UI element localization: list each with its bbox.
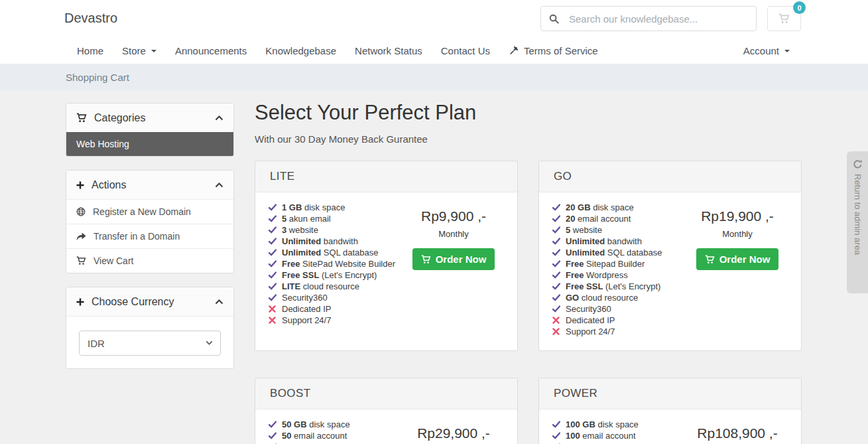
- nav-item-label: Home: [77, 45, 103, 56]
- feature-item: Dedicated IP: [269, 303, 397, 315]
- currency-title: Choose Currency: [92, 296, 174, 308]
- nav-item-label: Announcements: [175, 45, 247, 56]
- billing-cycle: Monthly: [680, 229, 794, 239]
- breadcrumb-bar: Shopping Cart: [0, 64, 868, 90]
- plan-card-power: POWER 100 GB disk space100 email account…: [538, 378, 802, 444]
- feature-item: 20 email account: [552, 213, 680, 224]
- nav-item-announcements[interactable]: Announcements: [166, 45, 256, 56]
- feature-text: 50 GB disk space: [282, 419, 350, 430]
- feature-item: GO cloud resource: [552, 292, 680, 303]
- feature-text: Support 24/7: [566, 326, 615, 337]
- nav-item-label: Account: [743, 45, 779, 56]
- check-icon: [269, 204, 277, 211]
- header-cart-button[interactable]: 0: [767, 6, 801, 31]
- action-label: Register a New Domain: [93, 206, 191, 217]
- nav-item-terms-of-service[interactable]: Terms of Service: [499, 45, 607, 56]
- plan-body: 1 GB disk space5 akun email3 websiteUnli…: [255, 192, 517, 339]
- feature-item: 35 website: [269, 441, 397, 444]
- feature-item: 3 website: [269, 224, 397, 236]
- caret-down-icon: [784, 50, 790, 52]
- categories-panel: Categories Web Hosting: [66, 103, 234, 157]
- currency-select[interactable]: IDR: [79, 331, 221, 356]
- feature-item: 50 GB disk space: [269, 419, 397, 430]
- plan-price-box: Rp29,900 ,- Monthly Order Now: [397, 419, 511, 444]
- feature-text: Security360: [282, 292, 328, 303]
- nav-item-label: Contact Us: [441, 45, 490, 56]
- feature-item: 100 GB disk space: [552, 419, 680, 430]
- feature-item: 5 website: [552, 224, 680, 236]
- check-icon: [269, 215, 277, 222]
- plan-price: Rp19,900 ,-: [680, 208, 794, 224]
- plan-features: 100 GB disk space100 email account100 we…: [552, 419, 680, 444]
- nav-item-label: Terms of Service: [524, 45, 598, 56]
- site-logo[interactable]: Devastro: [64, 11, 117, 26]
- categories-panel-header[interactable]: Categories: [66, 104, 233, 132]
- order-now-button[interactable]: Order Now: [696, 248, 779, 270]
- actions-list: Register a New DomainTransfer in a Domai…: [66, 199, 233, 273]
- check-icon: [269, 238, 277, 245]
- chevron-up-icon: [215, 183, 223, 188]
- plan-body: 50 GB disk space50 email account35 websi…: [255, 409, 517, 444]
- feature-item: Support 24/7: [552, 326, 680, 337]
- refresh-icon: [853, 159, 863, 169]
- actions-panel-header[interactable]: Actions: [66, 171, 233, 199]
- plan-price: Rp108,900 ,-: [680, 425, 794, 441]
- cross-icon: [552, 317, 560, 324]
- nav-item-store[interactable]: Store: [113, 45, 166, 56]
- feature-text: 3 website: [282, 224, 318, 236]
- nav-item-contact-us[interactable]: Contact Us: [432, 45, 499, 56]
- actions-panel: Actions Register a New DomainTransfer in…: [66, 170, 234, 273]
- plus-icon: [76, 181, 84, 189]
- feature-item: Unlimited bandwith: [552, 236, 680, 247]
- cart-icon: [76, 256, 86, 265]
- feature-item: 5 akun email: [269, 213, 397, 224]
- feature-item: 1 GB disk space: [269, 202, 397, 213]
- nav-item-network-status[interactable]: Network Status: [345, 45, 432, 56]
- feature-text: 50 email account: [282, 430, 347, 441]
- check-icon: [269, 421, 277, 428]
- feature-text: Unlimited bandwith: [566, 236, 642, 247]
- actions-title: Actions: [92, 179, 126, 191]
- plan-body: 100 GB disk space100 email account100 we…: [539, 409, 801, 444]
- currency-panel-header[interactable]: Choose Currency: [66, 287, 233, 316]
- feature-text: 5 akun email: [282, 213, 331, 224]
- main-nav: HomeStoreAnnouncementsKnowledgebaseNetwo…: [0, 38, 868, 64]
- plan-price-box: Rp19,900 ,- Monthly Order Now: [680, 202, 794, 337]
- order-now-button[interactable]: Order Now: [412, 248, 495, 270]
- plan-name: GO: [539, 161, 801, 192]
- cross-icon: [552, 328, 560, 335]
- feature-text: 100 email account: [566, 430, 636, 441]
- return-to-admin-label: Return to admin area: [853, 174, 863, 255]
- nav-item-knowledgebase[interactable]: Knowledgebase: [256, 45, 345, 56]
- return-to-admin-tab[interactable]: Return to admin area: [847, 151, 868, 293]
- sidebar-action-transfer-in-a-domain[interactable]: Transfer in a Domain: [66, 224, 233, 248]
- search-input[interactable]: [568, 13, 748, 25]
- feature-item: Free SSL (Let's Encrypt): [269, 269, 397, 281]
- feature-item: Security360: [552, 303, 680, 315]
- sidebar-action-view-cart[interactable]: View Cart: [66, 248, 233, 273]
- plan-price: Rp29,900 ,-: [397, 425, 511, 441]
- nav-item-account[interactable]: Account: [734, 45, 799, 56]
- feature-item: Free Wordpress: [552, 269, 680, 281]
- order-now-label: Order Now: [719, 254, 771, 265]
- plan-name: POWER: [539, 378, 801, 409]
- feature-text: Dedicated IP: [282, 303, 331, 315]
- cross-icon: [269, 317, 277, 324]
- feature-item: Unlimited SQL database: [269, 247, 397, 258]
- feature-text: Free SSL (Let's Encrypt): [282, 269, 377, 281]
- plan-card-go: GO 20 GB disk space20 email account5 web…: [538, 161, 802, 351]
- plan-price: Rp9,900 ,-: [397, 208, 511, 224]
- sidebar-action-register-a-new-domain[interactable]: Register a New Domain: [66, 199, 233, 224]
- check-icon: [269, 249, 277, 256]
- sidebar-item-web-hosting[interactable]: Web Hosting: [66, 132, 233, 156]
- main-content: Select Your Perfect Plan With our 30 Day…: [255, 101, 802, 444]
- feature-item: Unlimited SQL database: [552, 247, 680, 258]
- check-icon: [269, 226, 277, 234]
- feature-text: 100 GB disk space: [566, 419, 639, 430]
- feature-item: Unlimited bandwith: [269, 236, 397, 247]
- header: Devastro 0: [0, 0, 868, 38]
- nav-item-home[interactable]: Home: [68, 45, 113, 56]
- check-icon: [552, 204, 560, 211]
- feature-text: 20 GB disk space: [566, 202, 634, 213]
- cart-icon: [76, 113, 87, 123]
